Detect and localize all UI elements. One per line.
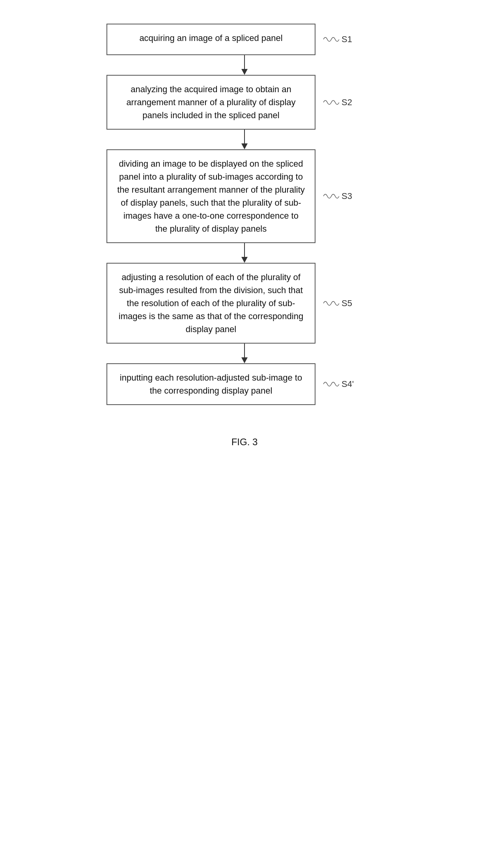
step-box-s4prime: inputting each resolution-adjusted sub-i… — [106, 363, 315, 405]
step-text-s2: analyzing the acquired image to obtain a… — [126, 84, 295, 120]
figure-caption: FIG. 3 — [231, 437, 258, 448]
step-label-s5: S5 — [323, 298, 352, 309]
step-box-s3: dividing an image to be displayed on the… — [106, 149, 315, 243]
step-text-s3: dividing an image to be displayed on the… — [117, 159, 305, 234]
arrow-s1-s2 — [140, 55, 349, 75]
step-wrapper-s1: acquiring an image of a spliced panel S1 — [106, 24, 383, 55]
step-label-s4prime: S4' — [323, 379, 354, 389]
arrow-s3-s5 — [140, 243, 349, 263]
step-wrapper-s2: analyzing the acquired image to obtain a… — [106, 75, 383, 130]
step-wrapper-s3: dividing an image to be displayed on the… — [106, 149, 383, 243]
step-wrapper-s5: adjusting a resolution of each of the pl… — [106, 263, 383, 344]
step-box-s1: acquiring an image of a spliced panel — [106, 24, 315, 55]
step-text-s5: adjusting a resolution of each of the pl… — [119, 272, 303, 334]
flowchart: acquiring an image of a spliced panel S1… — [106, 24, 383, 405]
svg-marker-3 — [241, 143, 248, 149]
step-text-s1: acquiring an image of a spliced panel — [139, 33, 282, 43]
arrow-s5-s4prime — [140, 344, 349, 363]
svg-marker-7 — [241, 357, 248, 363]
step-label-s3: S3 — [323, 191, 352, 201]
svg-marker-1 — [241, 69, 248, 75]
step-label-s2: S2 — [323, 97, 352, 108]
step-label-s1: S1 — [323, 34, 352, 45]
step-box-s5: adjusting a resolution of each of the pl… — [106, 263, 315, 344]
step-box-s2: analyzing the acquired image to obtain a… — [106, 75, 315, 130]
arrow-s2-s3 — [140, 130, 349, 149]
step-wrapper-s4prime: inputting each resolution-adjusted sub-i… — [106, 363, 383, 405]
svg-marker-5 — [241, 257, 248, 263]
step-text-s4prime: inputting each resolution-adjusted sub-i… — [120, 373, 302, 396]
